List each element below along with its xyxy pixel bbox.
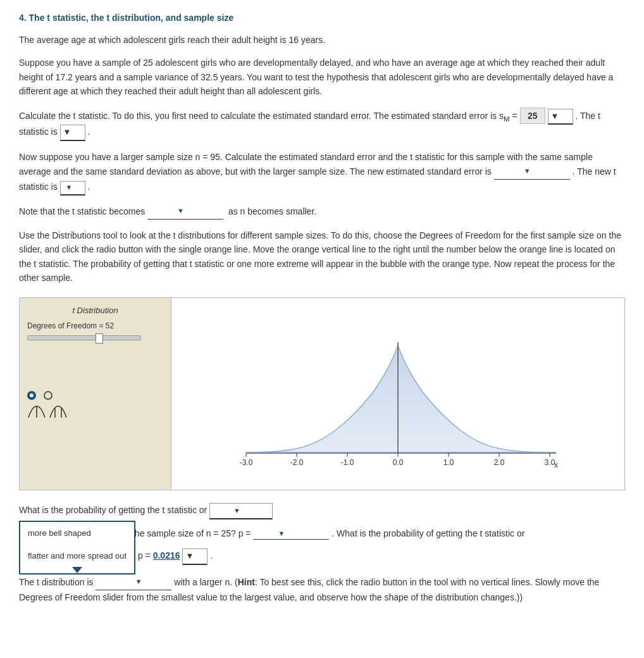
final-prefix: The t distribution is xyxy=(19,577,94,587)
para2: Suppose you have a sample of 25 adolesce… xyxy=(19,56,625,98)
dist-chart-svg: -3.0 -2.0 -1.0 0.0 1.0 2.0 3.0 x xyxy=(178,304,618,481)
dropdown-t-stat[interactable]: ▼ xyxy=(60,125,85,141)
radio-circle-empty[interactable] xyxy=(44,391,53,400)
hint-label: Hint xyxy=(238,577,255,587)
shape-option-flat[interactable]: flatter and more spread out xyxy=(20,545,134,568)
dof-slider-track[interactable] xyxy=(27,335,141,340)
svg-text:-2.0: -2.0 xyxy=(290,458,304,467)
shape-dropdown-popup: more bell shaped flatter and more spread… xyxy=(19,521,135,574)
p-value-arrow[interactable]: ▼ xyxy=(182,549,207,565)
shape-select[interactable]: ▼ xyxy=(209,503,273,519)
dist-icon-double[interactable] xyxy=(49,405,68,420)
bottom-para: What is the probability of getting the t… xyxy=(19,503,625,519)
svg-text:x: x xyxy=(554,461,558,469)
svg-text:0.0: 0.0 xyxy=(393,458,404,467)
svg-text:2.0: 2.0 xyxy=(494,458,505,467)
radio-circle-filled[interactable] xyxy=(27,391,36,400)
section-title: 4. The t statistic, the t distribution, … xyxy=(19,13,625,23)
svg-text:-3.0: -3.0 xyxy=(240,458,253,467)
para6: Use the Distributions tool to look at th… xyxy=(19,228,625,285)
p-value-link[interactable]: 0.0216 xyxy=(153,550,180,561)
dof-label: Degrees of Freedom = 52 xyxy=(27,321,163,330)
dist-sidebar: t Distribution Degrees of Freedom = 52 xyxy=(20,298,171,490)
shape-option-bell[interactable]: more bell shaped xyxy=(20,522,134,545)
dof-slider-thumb[interactable] xyxy=(96,333,103,344)
dist-tool: t Distribution Degrees of Freedom = 52 xyxy=(19,297,625,490)
radio-filled[interactable] xyxy=(27,391,36,400)
svg-text:-1.0: -1.0 xyxy=(341,458,354,467)
bottom-prefix: What is the probability of getting the t… xyxy=(19,505,209,515)
radio-empty[interactable] xyxy=(44,391,53,400)
para1: The average age at which adolescent girl… xyxy=(19,33,625,47)
new-se-select[interactable]: ▼ xyxy=(494,164,570,180)
bottom-section: What is the probability of getting the t… xyxy=(19,503,625,565)
icon-row xyxy=(27,405,163,420)
svg-text:1.0: 1.0 xyxy=(443,458,454,467)
dropdown-container-shape: ▼ xyxy=(209,503,273,519)
final-select[interactable]: ▼ xyxy=(96,575,171,590)
para3-prefix: Calculate the t statistic. To do this, y… xyxy=(19,111,504,121)
new-t-select[interactable]: ▼ xyxy=(60,181,85,196)
prob-select-n25[interactable]: ▼ xyxy=(253,528,329,540)
dof-slider-container xyxy=(27,335,163,340)
dist-title: t Distribution xyxy=(27,306,163,315)
para3: Calculate the t statistic. To do this, y… xyxy=(19,108,625,142)
dropdown-t1[interactable]: ▼ xyxy=(548,109,573,125)
se-value-box: 25 xyxy=(520,108,545,124)
final-para: The t distribution is ▼ with a larger n.… xyxy=(19,575,625,605)
bottom-period: . xyxy=(210,550,213,561)
dropdown-arrow-indicator xyxy=(72,567,82,573)
chart-area: -3.0 -2.0 -1.0 0.0 1.0 2.0 3.0 x xyxy=(171,298,624,490)
note-select[interactable]: ▼ xyxy=(147,204,223,220)
bottom-what-is: . What is the probability of getting the… xyxy=(331,528,524,538)
para3-equals: = xyxy=(510,111,520,121)
para4: Now suppose you have a larger sample siz… xyxy=(19,150,625,195)
para3-sub: M xyxy=(504,114,510,122)
para5: Note that the t statistic becomes ▼ as n… xyxy=(19,204,625,220)
radio-row xyxy=(27,391,163,400)
dist-icon-single[interactable] xyxy=(27,405,46,420)
